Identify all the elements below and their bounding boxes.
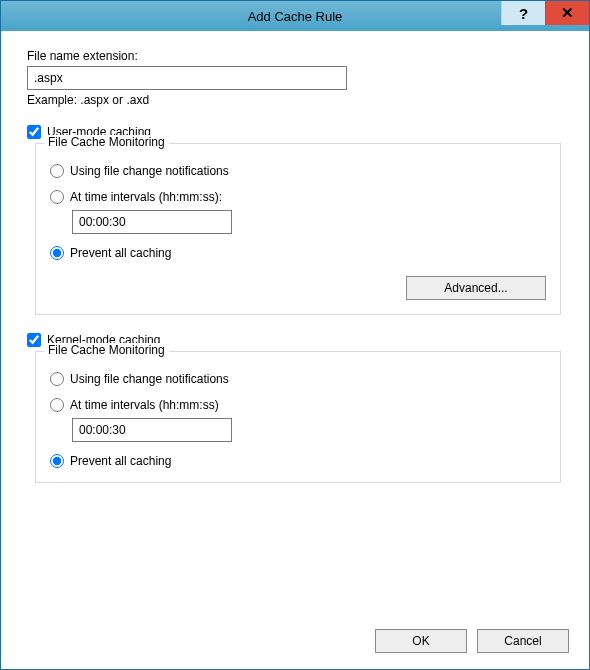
user-mode-checkbox[interactable] [27, 125, 41, 139]
kernel-mode-radio-notify[interactable] [50, 372, 64, 386]
user-mode-interval-input-wrap [72, 210, 546, 234]
user-mode-radio-notify-label: Using file change notifications [70, 164, 229, 178]
kernel-mode-radio-notify-row: Using file change notifications [50, 372, 546, 386]
kernel-mode-interval-input[interactable] [72, 418, 232, 442]
user-mode-radio-prevent[interactable] [50, 246, 64, 260]
close-button[interactable]: ✕ [545, 1, 589, 25]
kernel-mode-radio-prevent-label: Prevent all caching [70, 454, 171, 468]
kernel-mode-group-title: File Cache Monitoring [44, 343, 169, 357]
user-mode-radio-interval-label: At time intervals (hh:mm:ss): [70, 190, 222, 204]
help-icon: ? [519, 5, 528, 22]
cancel-button[interactable]: Cancel [477, 629, 569, 653]
kernel-mode-interval-input-wrap [72, 418, 546, 442]
kernel-mode-radio-interval-label: At time intervals (hh:mm:ss) [70, 398, 219, 412]
ok-button[interactable]: OK [375, 629, 467, 653]
kernel-mode-radio-prevent[interactable] [50, 454, 64, 468]
file-extension-label: File name extension: [27, 49, 563, 63]
titlebar-buttons: ? ✕ [501, 1, 589, 31]
kernel-mode-group: File Cache Monitoring Using file change … [35, 351, 561, 483]
user-mode-interval-input[interactable] [72, 210, 232, 234]
file-extension-example: Example: .aspx or .axd [27, 93, 563, 107]
user-mode-radio-prevent-row: Prevent all caching [50, 246, 546, 260]
user-mode-radio-interval-row: At time intervals (hh:mm:ss): [50, 190, 546, 204]
user-mode-radio-interval[interactable] [50, 190, 64, 204]
titlebar: Add Cache Rule ? ✕ [1, 1, 589, 31]
help-button[interactable]: ? [501, 1, 545, 25]
close-icon: ✕ [561, 4, 574, 22]
user-mode-radio-prevent-label: Prevent all caching [70, 246, 171, 260]
advanced-row: Advanced... [50, 276, 546, 300]
dialog-window: Add Cache Rule ? ✕ File name extension: … [0, 0, 590, 670]
kernel-mode-radio-notify-label: Using file change notifications [70, 372, 229, 386]
kernel-mode-radio-interval-row: At time intervals (hh:mm:ss) [50, 398, 546, 412]
kernel-mode-radio-prevent-row: Prevent all caching [50, 454, 546, 468]
user-mode-group: File Cache Monitoring Using file change … [35, 143, 561, 315]
dialog-content: File name extension: Example: .aspx or .… [1, 31, 589, 619]
user-mode-group-title: File Cache Monitoring [44, 135, 169, 149]
kernel-mode-radio-interval[interactable] [50, 398, 64, 412]
user-mode-radio-notify-row: Using file change notifications [50, 164, 546, 178]
kernel-mode-checkbox[interactable] [27, 333, 41, 347]
dialog-footer: OK Cancel [1, 619, 589, 669]
file-extension-input[interactable] [27, 66, 347, 90]
user-mode-radio-notify[interactable] [50, 164, 64, 178]
advanced-button[interactable]: Advanced... [406, 276, 546, 300]
